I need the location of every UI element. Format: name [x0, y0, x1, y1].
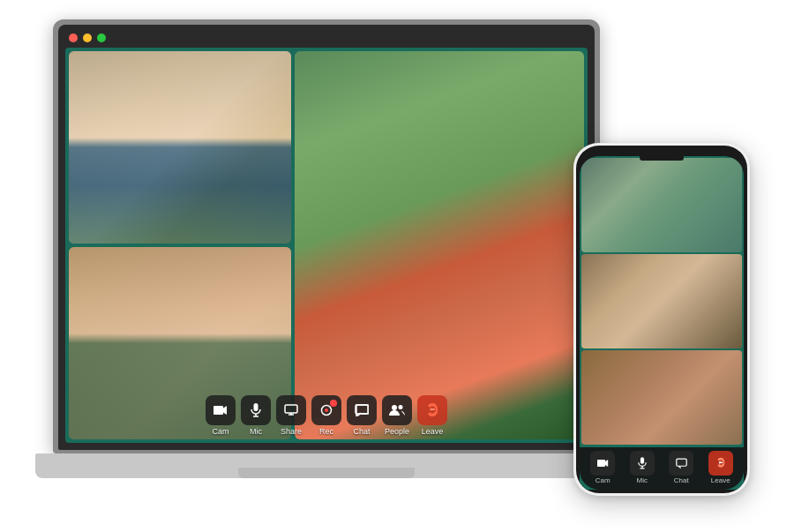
svg-rect-11: [640, 457, 644, 464]
laptop-content: Cam Mic: [65, 48, 588, 443]
phone-chat-icon: [669, 451, 693, 476]
laptop: Cam Mic: [35, 19, 618, 478]
people-label: People: [385, 427, 409, 436]
dot-red: [69, 34, 78, 42]
phone-chat-label: Chat: [674, 476, 689, 484]
phone-leave-button[interactable]: Leave: [703, 451, 739, 484]
laptop-titlebar: [65, 32, 588, 44]
phone-cam-label: Cam: [596, 476, 610, 484]
phone-video-tile-2: [581, 254, 742, 348]
svg-rect-0: [254, 403, 258, 411]
leave-icon: [417, 395, 447, 425]
leave-label: Leave: [422, 427, 444, 436]
phone-leave-icon: [708, 451, 733, 476]
phone-leave-label: Leave: [711, 476, 730, 484]
phone-cam-button[interactable]: Cam: [585, 451, 621, 484]
cam-button[interactable]: Cam: [206, 395, 236, 436]
video-tile-participant-1: [69, 51, 291, 244]
people-button[interactable]: People: [382, 395, 412, 436]
phone: Cam Mic: [573, 143, 750, 496]
cam-label: Cam: [212, 427, 228, 436]
chat-label: Chat: [353, 427, 370, 436]
svg-point-10: [399, 405, 403, 409]
laptop-screen-outer: Cam Mic: [53, 19, 600, 453]
svg-point-7: [325, 408, 328, 412]
camera-icon: [206, 395, 236, 425]
svg-point-9: [392, 405, 397, 410]
chat-button[interactable]: Chat: [347, 395, 377, 436]
laptop-screen-bezel: Cam Mic: [58, 25, 595, 450]
dot-yellow: [83, 34, 92, 42]
phone-video-tile-1: [581, 158, 742, 252]
record-icon: [311, 395, 341, 425]
mic-label: Mic: [250, 427, 262, 436]
monitor-icon: [276, 395, 306, 425]
video-tile-main: [295, 51, 584, 439]
phone-mic-label: Mic: [637, 476, 648, 484]
phone-notch: [640, 155, 684, 161]
chat-icon: [347, 395, 377, 425]
phone-outer: Cam Mic: [573, 143, 750, 496]
laptop-body: [35, 453, 618, 478]
phone-video-tile-3: [581, 350, 742, 445]
rec-button[interactable]: Rec: [311, 395, 341, 436]
share-button[interactable]: Share: [276, 395, 306, 436]
svg-rect-14: [677, 459, 686, 466]
phone-chat-button[interactable]: Chat: [663, 451, 700, 484]
phone-toolbar: Cam Mic: [580, 447, 744, 490]
phone-inner: Cam Mic: [576, 146, 747, 493]
dot-green: [97, 34, 106, 42]
mic-button[interactable]: Mic: [241, 395, 271, 436]
microphone-icon: [241, 395, 271, 425]
phone-camera-icon: [590, 451, 615, 476]
phone-videos: [580, 156, 744, 447]
share-label: Share: [281, 427, 302, 436]
laptop-base: [238, 468, 415, 478]
leave-button[interactable]: Leave: [417, 395, 447, 436]
scene: Cam Mic: [18, 19, 776, 513]
rec-label: Rec: [319, 427, 333, 436]
phone-screen: Cam Mic: [580, 156, 744, 490]
svg-rect-3: [285, 405, 297, 413]
laptop-left-col: [69, 51, 291, 439]
phone-mic-button[interactable]: Mic: [625, 451, 661, 484]
people-icon: [382, 395, 412, 425]
svg-rect-8: [356, 405, 368, 414]
laptop-toolbar: Cam Mic: [206, 395, 447, 436]
phone-microphone-icon: [630, 451, 655, 476]
